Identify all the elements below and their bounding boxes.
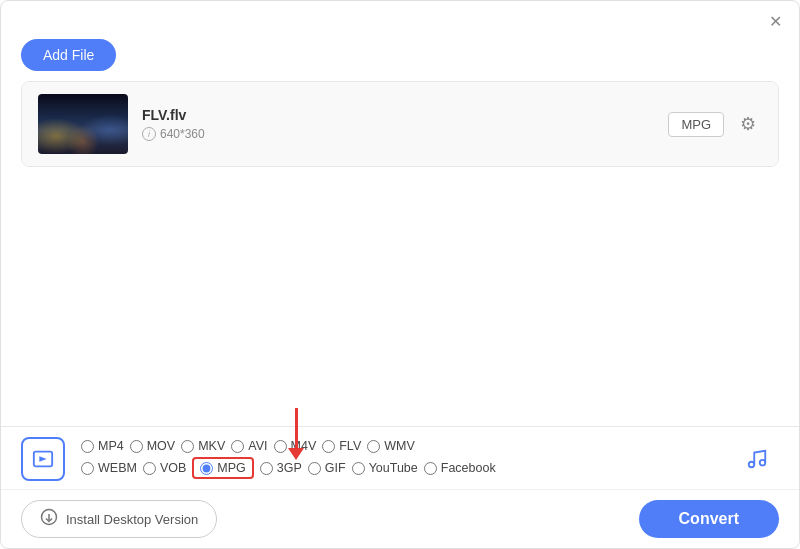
file-meta: i 640*360 [142,127,668,141]
arrow-line [295,408,298,448]
format-option-mpg[interactable]: MPG [192,457,253,479]
format-option-facebook[interactable]: Facebook [424,461,496,475]
info-icon: i [142,127,156,141]
install-desktop-button[interactable]: Install Desktop Version [21,500,217,538]
add-file-button[interactable]: Add File [21,39,116,71]
format-option-mov[interactable]: MOV [130,439,175,453]
format-option-mp4[interactable]: MP4 [81,439,124,453]
settings-icon[interactable]: ⚙ [734,110,762,138]
file-resolution: 640*360 [160,127,205,141]
install-label: Install Desktop Version [66,512,198,527]
audio-format-icon[interactable] [735,437,779,481]
format-option-wmv[interactable]: WMV [367,439,415,453]
toolbar: Add File [1,35,799,81]
format-option-flv[interactable]: FLV [322,439,361,453]
arrow-indicator [288,408,304,460]
file-list: FLV.flv i 640*360 MPG ⚙ [21,81,779,167]
arrow-head [288,448,304,460]
close-button[interactable]: ✕ [765,11,785,31]
file-actions: MPG ⚙ [668,110,762,138]
format-option-gif[interactable]: GIF [308,461,346,475]
download-icon [40,508,58,530]
title-bar: ✕ [1,1,799,35]
format-option-youtube[interactable]: YouTube [352,461,418,475]
format-option-avi[interactable]: AVI [231,439,267,453]
svg-point-1 [749,462,755,468]
format-badge[interactable]: MPG [668,112,724,137]
format-option-webm[interactable]: WEBM [81,461,137,475]
svg-point-2 [760,460,766,466]
video-format-icon[interactable] [21,437,65,481]
file-info: FLV.flv i 640*360 [142,107,668,141]
app-window: ✕ Add File FLV.flv i 640*360 MPG ⚙ [0,0,800,549]
file-name: FLV.flv [142,107,668,123]
file-item: FLV.flv i 640*360 MPG ⚙ [22,82,778,166]
content-area [1,167,799,426]
file-thumbnail [38,94,128,154]
format-option-vob[interactable]: VOB [143,461,186,475]
bottom-panel: MP4 MOV MKV AVI M4V FLV [1,426,799,548]
action-bar: Install Desktop Version Convert [1,490,799,548]
format-option-mkv[interactable]: MKV [181,439,225,453]
convert-button[interactable]: Convert [639,500,779,538]
format-option-3gp[interactable]: 3GP [260,461,302,475]
format-selector: MP4 MOV MKV AVI M4V FLV [1,427,799,490]
